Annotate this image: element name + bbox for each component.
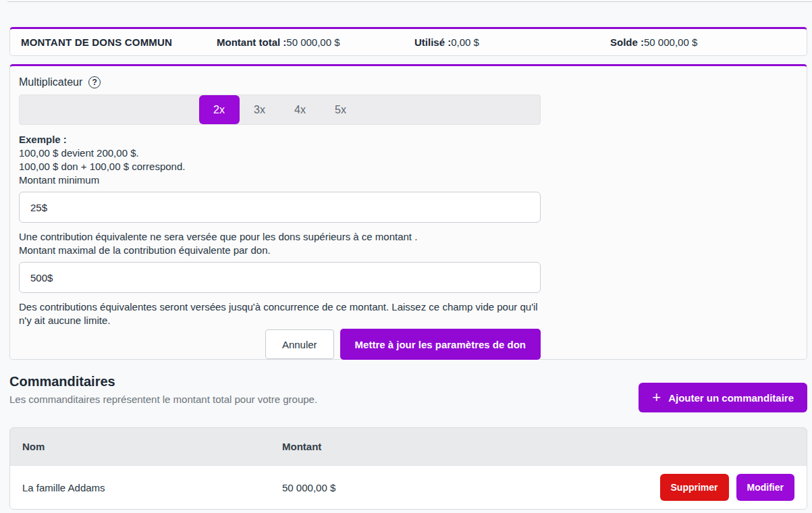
sponsors-table: Nom Montant La famille Addams 50 000,00 … (9, 427, 807, 510)
cancel-button[interactable]: Annuler (265, 329, 334, 359)
summary-total: Montant total :50 000,00 $ (217, 36, 414, 48)
table-row: La famille Addams 50 000,00 $ Supprimer … (10, 465, 807, 509)
summary-title: MONTANT DE DONS COMMUN (21, 36, 217, 48)
summary-balance: Solde :50 000,00 $ (610, 36, 807, 48)
column-header-name: Nom (22, 441, 282, 452)
example-line-1: 100,00 $ devient 200,00 $. (19, 146, 798, 160)
update-donation-settings-button[interactable]: Mettre à jour les paramètres de don (340, 329, 541, 360)
summary-used-label: Utilisé : (414, 36, 451, 48)
example-line-2: 100,00 $ don + 100,00 $ correspond. (19, 160, 798, 173)
max-amount-input[interactable] (19, 262, 541, 293)
multiplier-option-4x[interactable]: 4x (280, 95, 321, 124)
form-actions: Annuler Mettre à jour les paramètres de … (19, 329, 541, 360)
multiplier-option-3x[interactable]: 3x (240, 95, 280, 124)
summary-balance-value: 50 000,00 $ (644, 36, 697, 48)
plus-icon: + (652, 390, 661, 405)
sponsors-title: Commanditaires (9, 374, 317, 389)
sponsors-header-text: Commanditaires Les commanditaires représ… (9, 374, 317, 405)
multiplier-card: Multiplicateur ? 2x 3x 4x 5x Exemple : 1… (9, 64, 807, 360)
example-title: Exemple : (19, 133, 798, 146)
multiplier-option-5x[interactable]: 5x (321, 95, 361, 124)
sponsors-subtitle: Les commanditaires représentent le monta… (9, 394, 317, 405)
edit-sponsor-button[interactable]: Modifier (736, 474, 794, 501)
multiplier-label: Multiplicateur (19, 76, 82, 88)
min-amount-label: Montant minimum (19, 173, 798, 187)
sponsor-name-cell: La famille Addams (22, 482, 282, 493)
sponsors-header: Commanditaires Les commanditaires représ… (9, 374, 807, 412)
sponsor-amount-cell: 50 000,00 $ (282, 482, 660, 493)
help-icon[interactable]: ? (88, 76, 101, 88)
multiplier-label-row: Multiplicateur ? (19, 75, 798, 90)
max-amount-label: Montant maximal de la contribution équiv… (19, 244, 541, 257)
add-sponsor-button-label: Ajouter un commanditaire (668, 392, 794, 404)
delete-sponsor-button[interactable]: Supprimer (660, 474, 729, 501)
multiplier-segmented-control: 2x 3x 4x 5x (19, 94, 541, 125)
donation-summary-bar: MONTANT DE DONS COMMUN Montant total :50… (9, 27, 807, 56)
add-sponsor-button[interactable]: + Ajouter un commanditaire (639, 383, 807, 412)
summary-used: Utilisé :0,00 $ (414, 36, 610, 48)
max-helper-text: Des contributions équivalentes seront ve… (19, 300, 541, 327)
summary-total-value: 50 000,00 $ (286, 36, 340, 48)
min-amount-input[interactable] (19, 192, 541, 223)
multiplier-option-2x[interactable]: 2x (199, 95, 240, 124)
summary-used-value: 0,00 $ (451, 36, 479, 48)
summary-total-label: Montant total : (217, 36, 286, 48)
top-divider (7, 1, 812, 2)
min-helper-block: Une contribution équivalente ne sera ver… (19, 230, 541, 257)
summary-balance-label: Solde : (610, 36, 644, 48)
row-actions: Supprimer Modifier (660, 474, 794, 501)
example-block: Exemple : 100,00 $ devient 200,00 $. 100… (19, 133, 798, 187)
column-header-amount: Montant (282, 441, 794, 452)
min-helper-text: Une contribution équivalente ne sera ver… (19, 230, 541, 244)
sponsors-table-header: Nom Montant (10, 428, 807, 465)
max-helper-block: Des contributions équivalentes seront ve… (19, 300, 541, 327)
